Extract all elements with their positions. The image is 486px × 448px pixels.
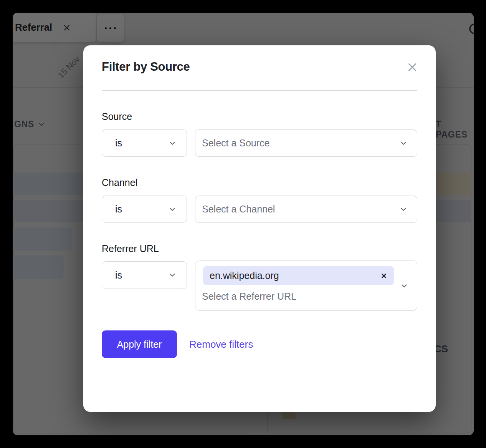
source-label: Source xyxy=(102,111,132,122)
channel-label: Channel xyxy=(102,177,137,188)
channel-operator-select[interactable]: is xyxy=(102,196,187,223)
chevron-down-icon xyxy=(399,139,408,148)
modal-title: Filter by Source xyxy=(102,60,190,74)
chevron-down-icon xyxy=(168,139,177,148)
selected-value-tag: en.wikipedia.org xyxy=(203,266,394,285)
referrer-operator-select[interactable]: is xyxy=(102,261,187,289)
close-icon[interactable] xyxy=(407,61,418,73)
chevron-down-icon xyxy=(400,282,408,290)
remove-tag-icon[interactable] xyxy=(380,272,387,279)
referrer-url-label: Referrer URL xyxy=(102,243,159,254)
apply-filter-button[interactable]: Apply filter xyxy=(102,330,177,358)
channel-value-select[interactable]: Select a Channel xyxy=(195,196,417,223)
source-operator-select[interactable]: is xyxy=(102,129,187,157)
referrer-placeholder: Select a Referrer URL xyxy=(202,291,296,302)
filter-modal: Filter by Source Source is Select a Sour… xyxy=(83,45,436,412)
remove-filters-link[interactable]: Remove filters xyxy=(189,330,253,358)
referrer-value-multiselect[interactable]: en.wikipedia.org Select a Referrer URL xyxy=(195,261,417,311)
screen: Referral 15 Nov GNS T PAGES xyxy=(0,0,486,448)
divider xyxy=(102,90,417,91)
chevron-down-icon xyxy=(399,205,408,214)
source-value-select[interactable]: Select a Source xyxy=(195,129,417,157)
chevron-down-icon xyxy=(168,271,177,279)
chevron-down-icon xyxy=(168,205,177,214)
selected-value-text: en.wikipedia.org xyxy=(210,270,380,281)
